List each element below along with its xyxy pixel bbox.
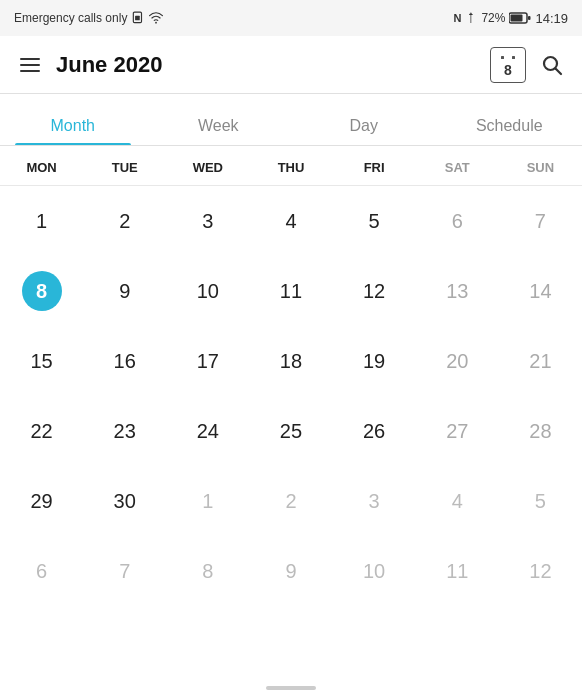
day-number: 1	[22, 201, 62, 241]
calendar-cell[interactable]: 8	[166, 536, 249, 606]
calendar-cell[interactable]: 5	[333, 186, 416, 256]
day-header-sun: SUN	[499, 156, 582, 179]
day-header-wed: WED	[166, 156, 249, 179]
calendar-cell[interactable]: 30	[83, 466, 166, 536]
day-number: 28	[520, 411, 560, 451]
calendar-cell[interactable]: 7	[499, 186, 582, 256]
svg-point-2	[156, 22, 158, 24]
calendar-cell[interactable]: 1	[166, 466, 249, 536]
calendar-cell[interactable]: 10	[333, 536, 416, 606]
day-header-mon: MON	[0, 156, 83, 179]
calendar-cell[interactable]: 10	[166, 256, 249, 326]
day-number: 1	[188, 481, 228, 521]
calendar-cell[interactable]: 29	[0, 466, 83, 536]
calendar-cell[interactable]: 17	[166, 326, 249, 396]
calendar-cell[interactable]: 3	[333, 466, 416, 536]
day-number: 4	[437, 481, 477, 521]
day-number: 14	[520, 271, 560, 311]
day-number: 3	[354, 481, 394, 521]
day-number: 8	[188, 551, 228, 591]
app-title: June 2020	[56, 52, 478, 78]
calendar-cell[interactable]: 25	[249, 396, 332, 466]
calendar-cell[interactable]: 20	[416, 326, 499, 396]
day-number: 16	[105, 341, 145, 381]
day-number: 6	[22, 551, 62, 591]
search-button[interactable]	[538, 51, 566, 79]
calendar-cell[interactable]: 14	[499, 256, 582, 326]
tab-bar: MonthWeekDaySchedule	[0, 94, 582, 146]
status-right: N ⭡ 72% 14:19	[453, 11, 568, 26]
tab-week[interactable]: Week	[146, 94, 292, 145]
calendar-cell[interactable]: 16	[83, 326, 166, 396]
sim-icon	[131, 11, 145, 25]
wifi-icon	[149, 11, 163, 25]
day-number: 9	[105, 271, 145, 311]
day-number: 19	[354, 341, 394, 381]
calendar-cell[interactable]: 23	[83, 396, 166, 466]
day-number: 7	[520, 201, 560, 241]
calendar-cell[interactable]: 15	[0, 326, 83, 396]
svg-rect-4	[511, 15, 523, 22]
calendar-cell[interactable]: 4	[249, 186, 332, 256]
tab-month[interactable]: Month	[0, 94, 146, 145]
svg-rect-7	[512, 56, 515, 59]
day-number: 21	[520, 341, 560, 381]
calendar-cell[interactable]: 12	[499, 536, 582, 606]
day-number: 24	[188, 411, 228, 451]
nfc-icon-text: N	[453, 12, 461, 24]
calendar-today-button[interactable]: 8	[490, 47, 526, 83]
day-number: 17	[188, 341, 228, 381]
calendar-cell[interactable]: 26	[333, 396, 416, 466]
calendar-cell[interactable]: 21	[499, 326, 582, 396]
day-number: 5	[354, 201, 394, 241]
calendar-cell[interactable]: 6	[416, 186, 499, 256]
calendar-cell[interactable]: 7	[83, 536, 166, 606]
calendar-cell[interactable]: 28	[499, 396, 582, 466]
calendar-cell[interactable]: 4	[416, 466, 499, 536]
calendar-cell[interactable]: 6	[0, 536, 83, 606]
day-number: 9	[271, 551, 311, 591]
calendar-cell[interactable]: 11	[416, 536, 499, 606]
time-text: 14:19	[535, 11, 568, 26]
calendar-cell[interactable]: 13	[416, 256, 499, 326]
calendar-cell[interactable]: 12	[333, 256, 416, 326]
calendar-cell[interactable]: 18	[249, 326, 332, 396]
calendar-cell[interactable]: 11	[249, 256, 332, 326]
calendar-cell[interactable]: 5	[499, 466, 582, 536]
day-number: 29	[22, 481, 62, 521]
day-number: 27	[437, 411, 477, 451]
status-bar: Emergency calls only N ⭡ 72% 14:19	[0, 0, 582, 36]
app-bar: June 2020 8	[0, 36, 582, 94]
tab-schedule[interactable]: Schedule	[437, 94, 583, 145]
day-number: 12	[354, 271, 394, 311]
calendar-cell[interactable]: 27	[416, 396, 499, 466]
calendar-today-number: 8	[504, 63, 512, 77]
day-number: 10	[354, 551, 394, 591]
day-number: 25	[271, 411, 311, 451]
svg-rect-5	[528, 16, 531, 20]
calendar-cell[interactable]: 8	[0, 256, 83, 326]
emergency-text: Emergency calls only	[14, 11, 127, 25]
calendar-cell[interactable]: 19	[333, 326, 416, 396]
calendar-cell[interactable]: 24	[166, 396, 249, 466]
calendar-grid: 1234567891011121314151617181920212223242…	[0, 186, 582, 606]
calendar-cell[interactable]: 2	[83, 186, 166, 256]
day-number: 11	[437, 551, 477, 591]
status-left: Emergency calls only	[14, 11, 163, 25]
calendar-cell[interactable]: 9	[249, 536, 332, 606]
calendar-cell[interactable]: 9	[83, 256, 166, 326]
calendar-cell[interactable]: 3	[166, 186, 249, 256]
day-header-tue: TUE	[83, 156, 166, 179]
calendar-cell[interactable]: 2	[249, 466, 332, 536]
day-header-thu: THU	[249, 156, 332, 179]
calendar-day-headers: MONTUEWEDTHUFRISATSUN	[0, 146, 582, 186]
calendar-cell[interactable]: 1	[0, 186, 83, 256]
tab-day[interactable]: Day	[291, 94, 437, 145]
day-number: 13	[437, 271, 477, 311]
day-header-fri: FRI	[333, 156, 416, 179]
day-number: 2	[271, 481, 311, 521]
calendar-cell[interactable]: 22	[0, 396, 83, 466]
day-number: 5	[520, 481, 560, 521]
battery-icon	[509, 12, 531, 24]
menu-button[interactable]	[16, 54, 44, 76]
